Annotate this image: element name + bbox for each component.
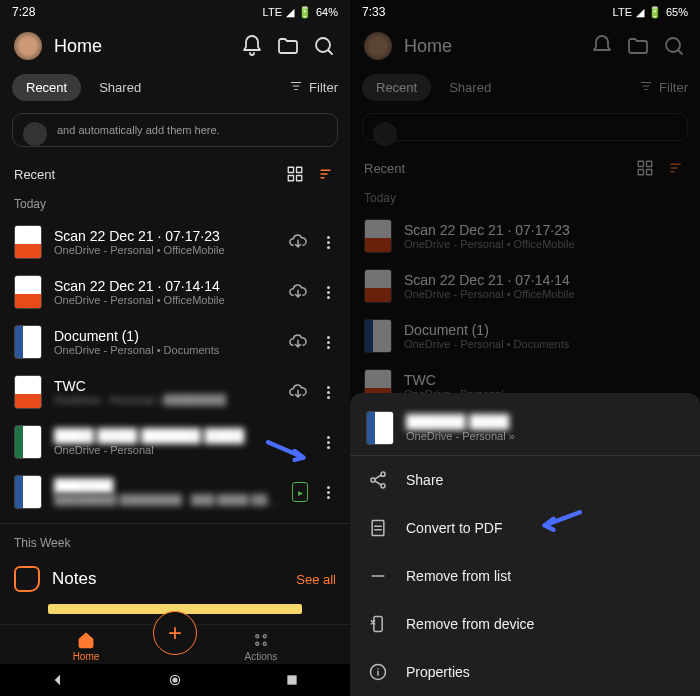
sheet-item-minus[interactable]: Remove from list [350, 552, 700, 600]
cloud-download-icon[interactable] [288, 282, 308, 302]
file-row[interactable]: Document (1)OneDrive - Personal • Docume… [0, 317, 350, 367]
status-time: 7:33 [362, 5, 385, 19]
nav-actions[interactable]: Actions [245, 631, 278, 662]
battery-icon: 🔋 [298, 6, 312, 19]
more-options-icon[interactable] [320, 236, 336, 249]
file-row[interactable]: Scan 22 Dec 21 · 07·17·23OneDrive - Pers… [0, 217, 350, 267]
svg-rect-2 [297, 167, 302, 172]
sort-icon[interactable] [318, 165, 336, 183]
file-icon [14, 225, 42, 259]
svg-point-7 [256, 642, 259, 645]
bottom-nav: Home + Actions [0, 624, 350, 664]
file-row[interactable]: TWCOneDrive - Personal • ████████ [0, 367, 350, 417]
home-button[interactable] [167, 672, 183, 688]
file-meta: ████████ ████████ · ███ ████ ████ [54, 494, 280, 506]
file-row[interactable]: Scan 22 Dec 21 · 07·14·14OneDrive - Pers… [0, 267, 350, 317]
banner-icon [23, 122, 47, 146]
svg-rect-20 [372, 521, 384, 536]
fab-add[interactable]: + [153, 611, 197, 655]
file-meta: OneDrive - Personal • OfficeMobile [54, 294, 276, 306]
file-name: ██████ [54, 478, 280, 494]
status-right: LTE ◢ 🔋 65% [613, 6, 688, 19]
cloud-download-icon[interactable] [288, 382, 308, 402]
see-all-link[interactable]: See all [296, 572, 336, 587]
context-sheet: ██████ ████ OneDrive - Personal » ShareC… [350, 393, 700, 696]
file-icon [14, 475, 42, 509]
file-meta: OneDrive - Personal • ████████ [54, 394, 276, 406]
sheet-item-phone-x[interactable]: Remove from device [350, 600, 700, 648]
app-bar: Home [0, 24, 350, 68]
status-battery: 64% [316, 6, 338, 18]
sheet-item-label: Properties [406, 664, 470, 680]
status-battery: 65% [666, 6, 688, 18]
plus-icon: + [168, 619, 182, 647]
sheet-item-label: Share [406, 472, 443, 488]
grid-view-icon[interactable] [286, 165, 304, 183]
file-icon [14, 325, 42, 359]
share-icon [368, 470, 388, 490]
file-icon [14, 375, 42, 409]
cloud-download-icon[interactable] [288, 232, 308, 252]
status-bar: 7:28 LTE ◢ 🔋 64% [0, 0, 350, 24]
sheet-item-share[interactable]: Share [350, 456, 700, 504]
filter-icon [289, 79, 303, 96]
notes-header: Notes See all [0, 556, 350, 602]
more-options-icon[interactable] [320, 386, 336, 399]
file-name: Document (1) [54, 328, 276, 344]
phone-right: 7:33 LTE ◢ 🔋 65% Home Recent Shared Filt… [350, 0, 700, 696]
cloud-download-icon[interactable] [288, 332, 308, 352]
nav-home-label: Home [73, 651, 100, 662]
file-row[interactable]: ████ ████ ██████ ████OneDrive - Personal [0, 417, 350, 467]
status-net: LTE [613, 6, 632, 18]
file-name: ████ ████ ██████ ████ [54, 428, 276, 444]
file-meta: OneDrive - Personal • OfficeMobile [54, 244, 276, 256]
file-name: TWC [54, 378, 276, 394]
file-meta: OneDrive - Personal • Documents [54, 344, 276, 356]
tabs-row: Recent Shared Filter [0, 68, 350, 107]
label-week: This Week [0, 530, 350, 556]
file-list: Scan 22 Dec 21 · 07·17·23OneDrive - Pers… [0, 217, 350, 517]
status-bar: 7:33 LTE ◢ 🔋 65% [350, 0, 700, 24]
back-button[interactable] [50, 672, 66, 688]
file-row[interactable]: ██████████████ ████████ · ███ ████ ████▸ [0, 467, 350, 517]
more-options-icon[interactable] [320, 486, 336, 499]
svg-point-5 [256, 635, 259, 638]
sheet-file-meta: OneDrive - Personal » [406, 430, 684, 442]
status-time: 7:28 [12, 5, 35, 19]
svg-point-6 [263, 635, 266, 638]
sheet-item-label: Convert to PDF [406, 520, 502, 536]
search-icon[interactable] [312, 34, 336, 58]
nav-home[interactable]: Home [73, 631, 100, 662]
system-nav [0, 664, 350, 696]
filter-button[interactable]: Filter [289, 79, 338, 96]
more-options-icon[interactable] [320, 436, 336, 449]
section-header: Recent [0, 157, 350, 191]
filter-label: Filter [309, 80, 338, 95]
svg-point-10 [173, 678, 177, 682]
signal-icon: ◢ [636, 6, 644, 19]
status-right: LTE ◢ 🔋 64% [263, 6, 338, 19]
sheet-item-info[interactable]: Properties [350, 648, 700, 696]
sheet-item-label: Remove from device [406, 616, 534, 632]
sheet-item-pdf[interactable]: Convert to PDF [350, 504, 700, 552]
status-net: LTE [263, 6, 282, 18]
notes-icon [14, 566, 40, 592]
signal-icon: ◢ [286, 6, 294, 19]
bell-icon[interactable] [240, 34, 264, 58]
more-options-icon[interactable] [320, 286, 336, 299]
folder-icon[interactable] [276, 34, 300, 58]
avatar[interactable] [14, 32, 42, 60]
recents-button[interactable] [284, 672, 300, 688]
tab-shared[interactable]: Shared [85, 74, 155, 101]
nav-actions-label: Actions [245, 651, 278, 662]
sheet-file-header: ██████ ████ OneDrive - Personal » [350, 401, 700, 456]
more-options-icon[interactable] [320, 336, 336, 349]
page-title: Home [54, 36, 228, 57]
file-name: Scan 22 Dec 21 · 07·14·14 [54, 278, 276, 294]
phone-x-icon [368, 614, 388, 634]
tab-recent[interactable]: Recent [12, 74, 81, 101]
info-banner[interactable]: and automatically add them here. [12, 113, 338, 147]
file-meta: OneDrive - Personal [54, 444, 276, 456]
banner-text: and automatically add them here. [57, 124, 220, 136]
svg-rect-4 [297, 176, 302, 181]
